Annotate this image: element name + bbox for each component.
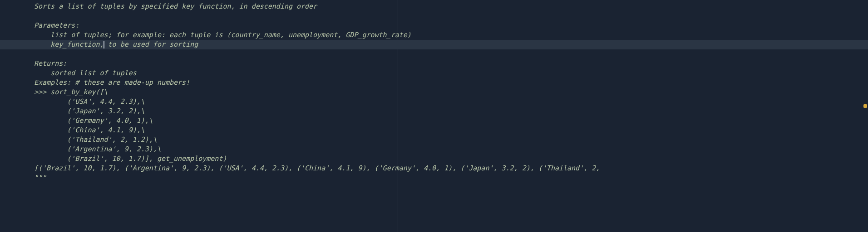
- code-line[interactable]: ('Brazil', 10, 1.7)], get_unemployment): [0, 154, 868, 164]
- code-line[interactable]: Parameters:: [0, 21, 868, 30]
- code-editor[interactable]: Sorts a list of tuples by specified key …: [0, 0, 868, 232]
- line-text-before-cursor: key_function,: [34, 40, 104, 48]
- code-line[interactable]: Examples: # these are made-up numbers!: [0, 78, 868, 87]
- code-line-active[interactable]: key_function, to be used for sorting: [0, 40, 868, 49]
- code-line[interactable]: Returns:: [0, 59, 868, 68]
- code-line[interactable]: [0, 11, 868, 21]
- code-line[interactable]: sorted list of tuples: [0, 68, 868, 78]
- code-line[interactable]: """: [0, 173, 868, 183]
- code-line[interactable]: [('Brazil', 10, 1.7), ('Argentina', 9, 2…: [0, 164, 868, 173]
- line-text-after-cursor: to be used for sorting: [104, 40, 198, 48]
- code-line[interactable]: list of tuples; for example: each tuple …: [0, 30, 868, 40]
- code-line[interactable]: ('China', 4.1, 9),\: [0, 126, 868, 135]
- code-line[interactable]: ('Germany', 4.0, 1),\: [0, 116, 868, 126]
- code-line[interactable]: >>> sort_by_key([\: [0, 87, 868, 97]
- scroll-marker[interactable]: [863, 104, 867, 108]
- code-line[interactable]: [0, 49, 868, 59]
- code-line[interactable]: ('Japan', 3.2, 2),\: [0, 106, 868, 116]
- code-line[interactable]: ('USA', 4.4, 2.3),\: [0, 97, 868, 106]
- code-line[interactable]: ('Thailand', 2, 1.2),\: [0, 135, 868, 145]
- vertical-scrollbar[interactable]: [862, 0, 868, 232]
- code-line[interactable]: ('Argentina', 9, 2.3),\: [0, 145, 868, 154]
- code-line[interactable]: Sorts a list of tuples by specified key …: [0, 2, 868, 11]
